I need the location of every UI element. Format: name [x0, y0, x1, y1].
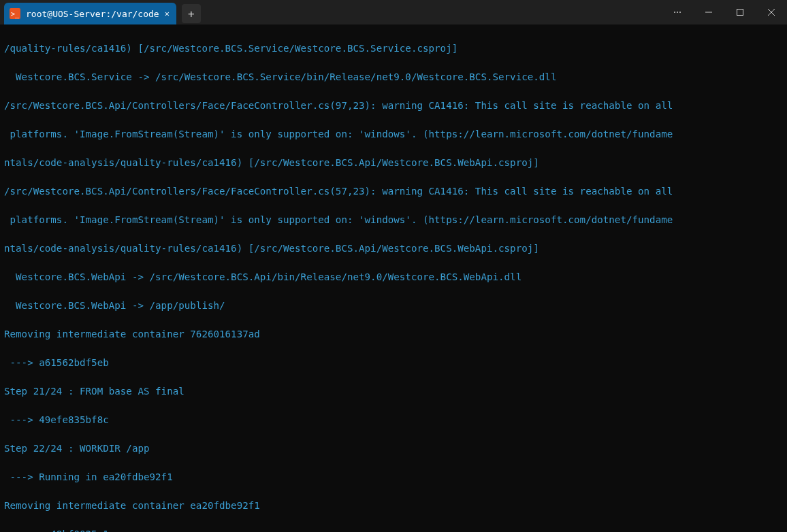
close-icon[interactable]: ✕: [165, 9, 170, 18]
svg-point-2: [679, 12, 681, 13]
tab-title: root@UOS-Server:/var/code: [26, 9, 159, 19]
output-line: Removing intermediate container ea20fdbe…: [4, 499, 783, 513]
maximize-button[interactable]: [724, 0, 756, 24]
more-icon[interactable]: [662, 0, 693, 24]
output-line: ---> ec48bf0025e1: [4, 527, 783, 532]
output-line: Removing intermediate container 76260161…: [4, 327, 783, 342]
output-line: platforms. 'Image.FromStream(Stream)' is…: [4, 213, 783, 227]
svg-point-0: [674, 12, 675, 13]
output-line: Westcore.BCS.WebApi -> /app/publish/: [4, 299, 783, 313]
new-tab-button[interactable]: +: [182, 4, 201, 23]
output-line: Step 21/24 : FROM base AS final: [4, 384, 783, 399]
output-line: /src/Westcore.BCS.Api/Controllers/Face/F…: [4, 184, 783, 199]
window-controls: [662, 0, 787, 24]
svg-point-1: [677, 12, 678, 13]
output-line: ntals/code-analysis/quality-rules/ca1416…: [4, 156, 783, 170]
output-line: platforms. 'Image.FromStream(Stream)' is…: [4, 127, 783, 142]
terminal-tab[interactable]: >_ root@UOS-Server:/var/code ✕: [4, 3, 176, 24]
close-button[interactable]: [756, 0, 787, 24]
terminal-icon: >_: [10, 8, 20, 19]
output-line: ntals/code-analysis/quality-rules/ca1416…: [4, 242, 783, 256]
svg-rect-4: [737, 10, 743, 16]
output-line: /quality-rules/ca1416) [/src/Westcore.BC…: [4, 41, 783, 56]
titlebar-left: >_ root@UOS-Server:/var/code ✕ +: [0, 0, 201, 24]
minimize-button[interactable]: [693, 0, 724, 24]
output-line: /src/Westcore.BCS.Api/Controllers/Face/F…: [4, 99, 783, 113]
output-line: ---> a61562bdf5eb: [4, 356, 783, 370]
output-line: ---> 49efe835bf8c: [4, 413, 783, 427]
output-line: Step 22/24 : WORKDIR /app: [4, 442, 783, 456]
output-line: ---> Running in ea20fdbe92f1: [4, 470, 783, 484]
output-line: Westcore.BCS.WebApi -> /src/Westcore.BCS…: [4, 270, 783, 284]
terminal-output[interactable]: /quality-rules/ca1416) [/src/Westcore.BC…: [0, 24, 787, 532]
output-line: Westcore.BCS.Service -> /src/Westcore.BC…: [4, 70, 783, 84]
titlebar: >_ root@UOS-Server:/var/code ✕ +: [0, 0, 787, 24]
